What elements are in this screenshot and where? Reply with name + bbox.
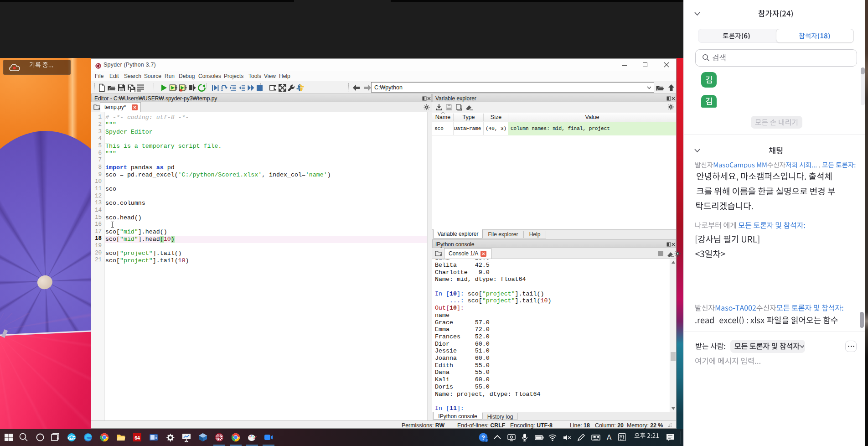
svg-text:64: 64 bbox=[134, 435, 140, 441]
svg-text:A: A bbox=[607, 434, 612, 441]
svg-text:i: i bbox=[486, 438, 487, 442]
